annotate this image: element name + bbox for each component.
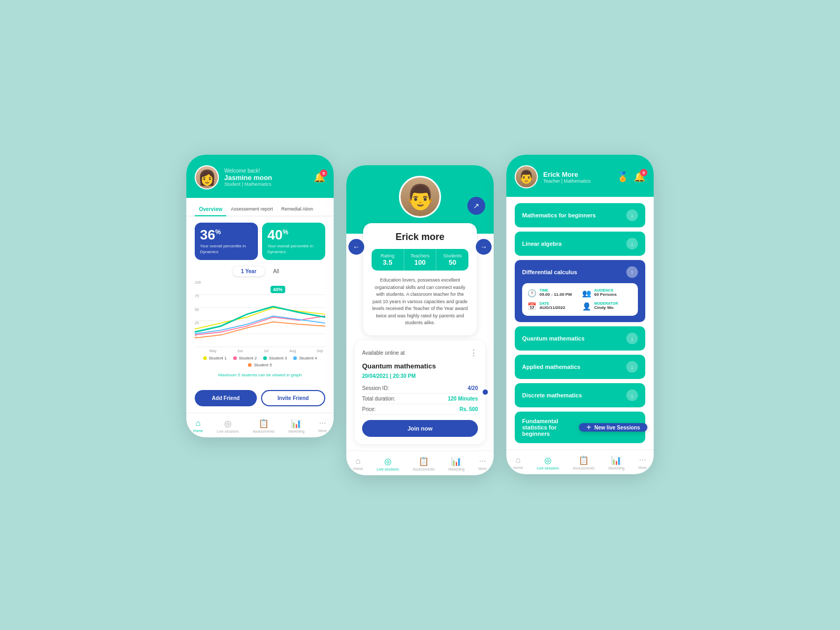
chart-highlight: 40% [271,286,285,293]
avatar: 👩 [195,165,219,189]
session-available-label: Available online at [362,350,405,356]
home-icon: ⌂ [516,455,521,465]
phone2-avatar: 👨 [399,176,441,218]
session-date: 20/04/2021 | 20:30 PM [362,373,478,379]
session-menu-icon[interactable]: ⋮ [469,348,478,358]
nav-live-sessions[interactable]: ◎ Live sessions [217,418,239,433]
course-details: 🕐 TIME 09.00 - 11.00 PM 👥 AUDIENCE 60 Pe… [522,283,638,316]
nav-assessments[interactable]: 📋 Assessments [253,418,275,433]
marketing-icon: 📊 [611,455,622,465]
phone3-icons: 🏅 🔔 5 [617,171,645,183]
next-arrow[interactable]: → [476,239,492,255]
collapse-arrow-1: ↓ [626,209,638,221]
user-info: Welcome back! Jasmine moon Student | Mat… [224,168,272,187]
period-tabs: 1 Year All [195,266,325,276]
teacher-card: Erick more Rating 3.5 Teachers 100 Stude… [363,223,477,335]
x-labels: May Jun Jul Aug Sep [195,349,325,353]
legend-student3: Student 3 [263,356,287,361]
course-item-applied[interactable]: Applied mathematics ↓ [515,355,645,379]
invite-friend-button[interactable]: Invite Friend [261,390,325,406]
course-item-quantum[interactable]: Quantum mathematics ↓ [515,326,645,351]
nav-home[interactable]: ⌂ Home [353,456,363,471]
award-icon: 🏅 [617,171,628,183]
course-item-math-beginners[interactable]: Mathematics for beginners ↓ [515,203,645,227]
phone1-actions: Add Friend Invite Friend [186,386,334,413]
period-1year[interactable]: 1 Year [233,266,265,276]
stat-card-1: 36% Your overall percentile in Dynamics [195,223,258,260]
share-button[interactable]: ↗ [467,197,485,215]
plus-icon: + [586,423,591,432]
collapse-arrow-4: ↓ [626,333,638,344]
phone3-avatar: 👨 [515,165,538,188]
tab-remedial[interactable]: Remedial Ation [277,203,318,216]
chart-legend: Student 1 Student 2 Student 3 Student 4 … [195,353,325,371]
expand-arrow-3: ↑ [626,266,638,278]
chart-section: 1 Year All 100 75 50 25 0 40% [186,266,334,386]
nav-marketing[interactable]: 📊 Marketing [288,418,305,433]
phone-3: 👨 Erick More Teacher | Mathematics 🏅 🔔 5… [506,155,654,474]
tab-assessment[interactable]: Assessement report [226,203,277,216]
user-role: Student | Mathematics [224,182,272,187]
nav-live-sessions[interactable]: ◎ Live sessions [537,455,559,470]
nav-live-sessions[interactable]: ◎ Live sessions [377,456,399,471]
phone3-role: Teacher | Mathematics [543,178,591,184]
live-sessions-icon: ◎ [224,418,232,428]
nav-home[interactable]: ⌂ Home [193,418,203,433]
share-icon: ↗ [473,202,479,210]
phone1-stats: 36% Your overall percentile in Dynamics … [186,216,334,266]
phone-1: 👩 Welcome back! Jasmine moon Student | M… [186,155,334,437]
legend-student5: Student 5 [248,363,272,367]
phone3-user-info: Erick More Teacher | Mathematics [543,171,591,184]
session-card: Available online at ⋮ Quantum mathematic… [355,341,485,444]
session-row-price: Price: Rs. 500 [362,404,478,415]
more-icon: ··· [319,418,326,428]
user-name: Jasmine moon [224,174,272,182]
session-row-duration: Total duration: 120 Minutes [362,394,478,404]
join-button[interactable]: Join now [362,420,478,437]
phone3-notification-badge: 5 [640,169,647,176]
nav-marketing[interactable]: 📊 Marketing [608,455,625,470]
session-indicator [483,389,488,395]
phone3-name: Erick More [543,171,591,178]
audience-icon: 👥 [582,289,591,297]
nav-marketing[interactable]: 📊 Marketing [448,456,465,471]
nav-more[interactable]: ··· More [318,418,327,433]
nav-more[interactable]: ··· More [478,456,487,471]
chart-note: Maximum 5 students can be viewed in grap… [195,373,325,377]
assessments-icon: 📋 [418,456,429,466]
phone1-tabs: Overview Assessement report Remedial Ati… [186,198,334,216]
detail-time: 🕐 TIME 09.00 - 11.00 PM [527,288,578,297]
phone1-header-left: 👩 Welcome back! Jasmine moon Student | M… [195,165,272,189]
collapse-arrow-5: ↓ [626,361,638,373]
chart-svg [195,281,325,348]
clock-icon: 🕐 [527,289,536,297]
new-session-button[interactable]: + New live Sessions [579,423,647,432]
nav-more[interactable]: ··· More [638,455,647,470]
period-all[interactable]: All [265,266,287,276]
teacher-bio: Education lovers, possesses excellent or… [372,277,468,327]
phone3-user-row: 👨 Erick More Teacher | Mathematics [515,165,591,188]
nav-assessments[interactable]: 📋 Assessments [413,456,435,471]
collapse-arrow-2: ↓ [626,238,638,249]
session-title: Quantum mathematics [362,362,478,370]
stat-card-2: 40% Your overall percentile in Dynamics [262,223,325,260]
phone1-nav: ⌂ Home ◎ Live sessions 📋 Assessments 📊 M… [186,413,334,437]
course-item-discrete[interactable]: Discrete mathematics ↓ [515,383,645,407]
add-friend-button[interactable]: Add Friend [195,390,257,406]
nav-assessments[interactable]: 📋 Assessments [573,455,595,470]
chart-wrapper: 100 75 50 25 0 40% [195,281,325,353]
course-item-linear-algebra[interactable]: Linear algebra ↓ [515,232,645,256]
collapse-arrow-6: ↓ [626,389,638,401]
home-icon: ⌂ [356,456,361,466]
stat-rating: Rating 3.5 [372,249,404,271]
phone-2: 👨 ↗ ← → Erick more Rating 3.5 Te [346,165,494,475]
tab-overview[interactable]: Overview [195,203,226,216]
home-icon: ⌂ [196,418,201,428]
prev-arrow[interactable]: ← [348,239,364,255]
marketing-icon: 📊 [451,456,462,466]
more-icon: ··· [479,456,486,466]
notification-bell[interactable]: 🔔 5 [314,172,325,183]
screens-container: 👩 Welcome back! Jasmine moon Student | M… [186,155,654,475]
course-item-differential[interactable]: Differential calculus ↑ 🕐 TIME 09.00 - 1… [515,260,645,322]
nav-home[interactable]: ⌂ Home [513,455,523,470]
